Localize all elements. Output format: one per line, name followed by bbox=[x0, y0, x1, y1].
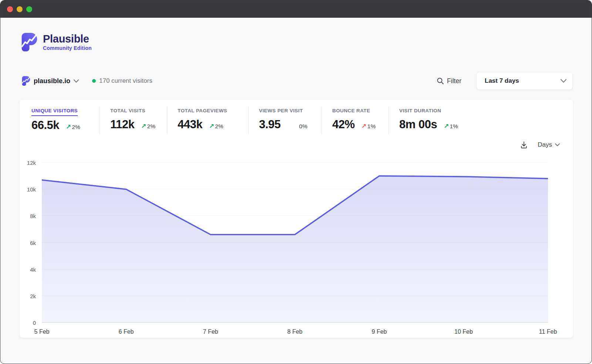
stat-value-row: 8m 00s ↗ 1% bbox=[399, 118, 561, 131]
brand-name: Plausible bbox=[43, 34, 92, 44]
x-axis-tick: 10 Feb bbox=[454, 329, 473, 335]
zoom-window-button[interactable] bbox=[26, 6, 32, 12]
stat-card[interactable]: BOUNCE RATE 42% ↗ 1% bbox=[322, 106, 388, 134]
search-icon bbox=[437, 77, 444, 85]
stat-card[interactable]: VISIT DURATION 8m 00s ↗ 1% bbox=[388, 106, 561, 134]
filter-button[interactable]: Filter bbox=[437, 77, 461, 85]
brand-header: Plausible Community Edition bbox=[21, 33, 592, 51]
stat-change-percent: 2% bbox=[215, 123, 223, 130]
stat-value-row: 3.95 ↗ 0% bbox=[259, 118, 322, 131]
trend-arrow-icon: ↗ bbox=[361, 122, 367, 130]
stat-value-row: 112k ↗ 2% bbox=[110, 118, 167, 131]
brand-text: Plausible Community Edition bbox=[43, 34, 92, 51]
download-icon bbox=[520, 141, 528, 149]
topbar: plausible.io 170 current visitors Filter… bbox=[22, 72, 573, 90]
trend-arrow-icon: ↗ bbox=[444, 122, 449, 130]
stat-value: 66.5k bbox=[31, 119, 59, 132]
stat-value-row: 42% ↗ 1% bbox=[332, 118, 388, 131]
stat-label[interactable]: UNIQUE VISITORS bbox=[31, 108, 78, 116]
stat-card[interactable]: UNIQUE VISITORS 66.5k ↗ 2% bbox=[31, 106, 100, 134]
app-window: Plausible Community Edition plausible.io… bbox=[0, 0, 592, 364]
x-axis-tick: 8 Feb bbox=[287, 329, 303, 335]
y-axis-tick: 10k bbox=[27, 186, 36, 193]
x-axis-tick: 11 Feb bbox=[539, 329, 557, 335]
stat-value: 3.95 bbox=[259, 118, 280, 131]
window-controls bbox=[7, 6, 32, 12]
stat-change: ↗ 2% bbox=[141, 122, 155, 130]
stat-card[interactable]: TOTAL PAGEVIEWS 443k ↗ 2% bbox=[167, 106, 248, 134]
stat-value: 112k bbox=[110, 118, 134, 131]
x-axis-tick: 5 Feb bbox=[34, 329, 50, 335]
x-axis-tick: 6 Feb bbox=[119, 329, 134, 335]
date-range-value: Last 7 days bbox=[485, 77, 561, 85]
window-titlebar bbox=[0, 0, 592, 18]
y-axis-tick: 8k bbox=[30, 213, 36, 219]
stat-label[interactable]: BOUNCE RATE bbox=[332, 108, 370, 115]
filter-label: Filter bbox=[447, 77, 461, 85]
x-axis-tick: 9 Feb bbox=[372, 329, 387, 335]
current-visitors[interactable]: 170 current visitors bbox=[92, 77, 152, 85]
stat-value-row: 66.5k ↗ 2% bbox=[31, 119, 100, 132]
stats-row: UNIQUE VISITORS 66.5k ↗ 2% TOTAL VISITS … bbox=[20, 100, 573, 134]
plausible-logo-icon bbox=[21, 33, 38, 51]
dashboard-content: Plausible Community Edition plausible.io… bbox=[0, 33, 592, 338]
x-axis-tick: 7 Feb bbox=[203, 329, 218, 335]
y-axis: 02k4k6k8k10k12k bbox=[23, 163, 36, 323]
stat-change: ↗ 2% bbox=[209, 122, 223, 130]
stat-change: ↗ 2% bbox=[66, 123, 80, 131]
close-window-button[interactable] bbox=[7, 6, 13, 12]
current-visitors-label: 170 current visitors bbox=[99, 77, 152, 85]
site-favicon-icon bbox=[22, 76, 30, 86]
chevron-down-icon bbox=[74, 79, 79, 83]
stat-change-percent: 1% bbox=[367, 123, 376, 130]
stat-value: 443k bbox=[178, 118, 202, 131]
chart-plot-area[interactable] bbox=[42, 163, 548, 323]
interval-selector[interactable]: Days bbox=[538, 141, 560, 149]
brand-edition: Community Edition bbox=[43, 45, 92, 51]
y-axis-tick: 6k bbox=[30, 239, 36, 246]
stat-change-percent: 0% bbox=[299, 123, 307, 130]
visitors-chart: 02k4k6k8k10k12k 5 Feb6 Feb7 Feb8 Feb9 Fe… bbox=[23, 163, 548, 336]
chevron-down-icon bbox=[561, 79, 566, 83]
y-axis-tick: 2k bbox=[30, 293, 36, 299]
site-domain: plausible.io bbox=[34, 77, 70, 85]
stat-value: 8m 00s bbox=[399, 118, 437, 131]
stat-change: ↗ 1% bbox=[361, 122, 376, 130]
stat-value: 42% bbox=[332, 118, 355, 131]
stat-change-percent: 1% bbox=[450, 123, 458, 130]
analytics-card: UNIQUE VISITORS 66.5k ↗ 2% TOTAL VISITS … bbox=[20, 100, 573, 338]
stat-label[interactable]: VIEWS PER VISIT bbox=[259, 108, 303, 115]
trend-arrow-icon: ↗ bbox=[209, 122, 214, 130]
chart-series-area[interactable] bbox=[42, 163, 548, 323]
chart-controls: Days bbox=[20, 140, 560, 150]
stat-label[interactable]: TOTAL VISITS bbox=[110, 108, 145, 115]
trend-arrow-icon: ↗ bbox=[66, 123, 71, 131]
stat-value-row: 443k ↗ 2% bbox=[178, 118, 248, 131]
stat-change: ↗ 0% bbox=[299, 123, 307, 130]
interval-label: Days bbox=[538, 141, 552, 149]
y-axis-tick: 12k bbox=[27, 160, 36, 166]
y-axis-tick: 4k bbox=[30, 266, 36, 272]
site-picker[interactable]: plausible.io bbox=[22, 76, 79, 86]
y-axis-tick: 0 bbox=[33, 320, 36, 326]
stat-change-percent: 2% bbox=[147, 123, 155, 130]
x-axis: 5 Feb6 Feb7 Feb8 Feb9 Feb10 Feb11 Feb bbox=[42, 325, 548, 336]
stat-card[interactable]: TOTAL VISITS 112k ↗ 2% bbox=[100, 106, 167, 134]
stat-card[interactable]: VIEWS PER VISIT 3.95 ↗ 0% bbox=[248, 106, 322, 134]
stat-change-percent: 2% bbox=[72, 124, 80, 130]
trend-arrow-icon: ↗ bbox=[141, 122, 146, 130]
stat-label[interactable]: TOTAL PAGEVIEWS bbox=[178, 108, 227, 115]
stat-label[interactable]: VISIT DURATION bbox=[399, 108, 441, 115]
download-button[interactable] bbox=[520, 141, 528, 149]
live-indicator-dot bbox=[92, 79, 96, 83]
minimize-window-button[interactable] bbox=[17, 6, 23, 12]
chevron-down-icon bbox=[555, 143, 560, 146]
date-range-selector[interactable]: Last 7 days bbox=[476, 72, 573, 90]
stat-change: ↗ 1% bbox=[444, 122, 458, 130]
